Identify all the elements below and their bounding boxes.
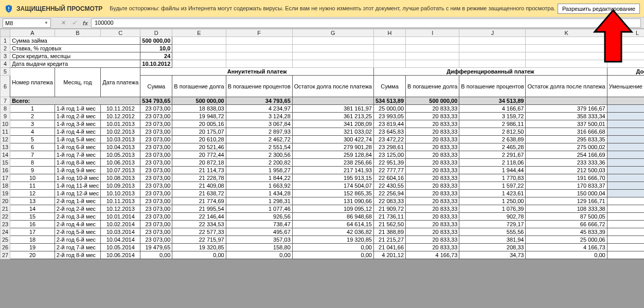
cell-b-pct[interactable]: 555,56 [459,228,526,236]
cell-b-sum[interactable]: 22 777,77 [373,167,405,174]
cell-a-body[interactable]: 0,00 [172,251,226,259]
cell-num[interactable]: 1 [10,105,55,113]
cell-b-sum[interactable]: 23 125,00 [373,151,405,159]
row-hdr-1[interactable]: 1 [1,37,10,45]
cell-a-body[interactable]: 20 772,44 [172,151,226,159]
cell-b-body[interactable]: 20 833,33 [406,190,459,197]
cell-b-body[interactable]: 20 833,33 [406,221,459,228]
cell-num[interactable]: 9 [10,167,55,174]
cell-L[interactable] [607,113,644,120]
cell-month[interactable]: 1-й год 1-й мес [55,105,100,113]
cell-a-body[interactable]: 22 146,44 [172,213,226,221]
cell-a-body[interactable]: 22 334,53 [172,221,226,228]
cell-a-sum[interactable]: 23 073,00 [140,236,172,244]
cell-a-rest[interactable]: 19 320,85 [292,236,373,244]
cell-L[interactable] [607,244,644,251]
row-hdr-21[interactable]: 21 [1,205,10,213]
cell-b-rest[interactable]: 108 333,38 [526,205,607,213]
cell-a-sum[interactable]: 23 073,00 [140,105,172,113]
row-hdr-27[interactable]: 27 [1,251,10,259]
cell-b-sum[interactable]: 23 645,83 [373,128,405,136]
cell-b-pct[interactable]: 2 812,50 [459,128,526,136]
cell-a-pct[interactable]: 1 298,31 [226,197,292,205]
cell-b-body[interactable]: 20 833,33 [406,151,459,159]
cell-L[interactable] [607,120,644,128]
cell-L[interactable] [607,236,644,244]
cell-L[interactable] [607,167,644,174]
cell-a-rest[interactable]: 86 948,68 [292,213,373,221]
cell-a-body[interactable]: 21 774,69 [172,197,226,205]
cell-b-body[interactable]: 20 833,33 [406,228,459,236]
cell-L[interactable] [607,190,644,197]
cell-a-pct[interactable]: 1 844,22 [226,174,292,182]
row-hdr-18[interactable]: 18 [1,182,10,190]
cell-a-rest[interactable]: 217 141,93 [292,167,373,174]
cell-b-body[interactable]: 20 833,33 [406,159,459,167]
cell-b-pct[interactable]: 902,78 [459,213,526,221]
cell-b-pct[interactable]: 1 076,39 [459,205,526,213]
cell-b-rest[interactable]: 0,00 [526,251,607,259]
cell-b-body[interactable]: 20 833,33 [406,244,459,251]
cell-a-rest[interactable]: 259 128,84 [292,151,373,159]
cell-month[interactable]: 1-й год 12-й мес [55,190,100,197]
cell-month[interactable]: 1-й год 4-й мес [55,128,100,136]
cell-date[interactable]: 10.12.2012 [101,113,140,120]
cell-b-body[interactable]: 20 833,33 [406,143,459,151]
cell-b-sum[interactable]: 21 388,89 [373,228,405,236]
cell-month[interactable]: 1-й год 11-й мес [55,182,100,190]
cell-L[interactable] [607,128,644,136]
cell-a-pct[interactable]: 2 200,82 [226,159,292,167]
cell-date[interactable]: 10.02.2013 [101,128,140,136]
cell-b-pct[interactable]: 1 250,00 [459,197,526,205]
cell-date[interactable]: 10.03.2013 [101,136,140,143]
col-hdr-B[interactable]: B [55,29,100,37]
cell-num[interactable]: 17 [10,228,55,236]
col-hdr-G[interactable]: G [292,29,373,37]
row-hdr-9[interactable]: 9 [1,113,10,120]
cell-b-rest[interactable]: 212 500,03 [526,167,607,174]
cell-b-sum[interactable]: 23 298,61 [373,143,405,151]
cell-month[interactable]: 2-й год 4-й мес [55,221,100,228]
cell-month[interactable]: 1-й год 10-й мес [55,174,100,182]
cell-a-body[interactable]: 20 005,16 [172,120,226,128]
cell-b-sum[interactable]: 22 604,16 [373,174,405,182]
cell-date[interactable]: 10.03.2014 [101,228,140,236]
row-hdr-14[interactable]: 14 [1,151,10,159]
cell-date[interactable]: 10.05.2013 [101,151,140,159]
row-hdr-4[interactable]: 4 [1,60,10,68]
cell-a-pct[interactable]: 1 958,27 [226,167,292,174]
cell-a-body[interactable]: 21 114,73 [172,167,226,174]
cell-num[interactable]: 5 [10,136,55,143]
cell-a-sum[interactable]: 23 073,00 [140,128,172,136]
cell-a-sum[interactable]: 23 073,00 [140,143,172,151]
row-hdr-3[interactable]: 3 [1,52,10,60]
row-hdr-15[interactable]: 15 [1,159,10,167]
cell-L[interactable] [607,197,644,205]
cell-b-rest[interactable]: 87 500,05 [526,213,607,221]
cell-a-body[interactable]: 20 175,07 [172,128,226,136]
cell-a-sum[interactable]: 23 073,00 [140,159,172,167]
cell-b-body[interactable]: 20 833,33 [406,136,459,143]
cell-b-sum[interactable]: 22 256,94 [373,190,405,197]
cell-a-pct[interactable]: 4 234,97 [226,105,292,113]
cell-a-pct[interactable]: 158,80 [226,244,292,251]
cell-a-sum[interactable]: 23 073,00 [140,190,172,197]
cell-month[interactable]: 1-й год 6-й мес [55,143,100,151]
cell-a-rest[interactable]: 300 422,74 [292,136,373,143]
row-hdr-16[interactable]: 16 [1,167,10,174]
cell-num[interactable]: 8 [10,159,55,167]
cell-b-sum[interactable]: 22 951,39 [373,159,405,167]
col-hdr-F[interactable]: F [226,29,292,37]
cell-b-rest[interactable]: 129 166,71 [526,197,607,205]
cell-b-body[interactable]: 20 833,33 [406,167,459,174]
cell-b-rest[interactable]: 233 333,36 [526,159,607,167]
cell-date[interactable]: 10.10.2013 [101,190,140,197]
row-hdr-2[interactable]: 2 [1,45,10,52]
cell-a-sum[interactable]: 23 073,00 [140,167,172,174]
cell-a-pct[interactable]: 2 551,54 [226,143,292,151]
cell-b-body[interactable]: 20 833,33 [406,213,459,221]
cell-a-pct[interactable]: 1 077,46 [226,205,292,213]
cell-date[interactable]: 10.08.2013 [101,174,140,182]
cell-num[interactable]: 11 [10,182,55,190]
cell-b-body[interactable]: 20 833,33 [406,197,459,205]
